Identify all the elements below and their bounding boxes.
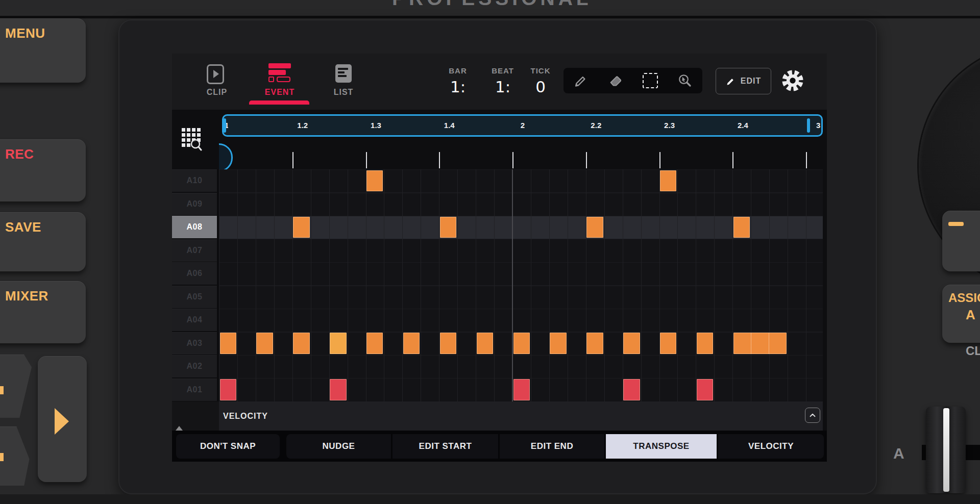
note-a03-step2[interactable] (256, 333, 273, 354)
note-a08-step12[interactable] (440, 217, 456, 238)
clip-tab-icon[interactable] (207, 64, 224, 84)
ruler-beat-label: 2.4 (738, 114, 748, 137)
dash-indicator-icon (948, 222, 964, 226)
note-a03-step8[interactable] (366, 333, 383, 354)
tab-clip[interactable]: CLIP (207, 88, 227, 97)
edit-button[interactable]: EDIT (716, 68, 771, 94)
function-key-nudge[interactable]: NUDGE (286, 434, 391, 459)
hw-button-label: MIXER (5, 288, 48, 304)
clip-panel-label: CL (966, 344, 980, 358)
note-a03-step22[interactable] (623, 333, 640, 354)
note-a01-step0[interactable] (220, 379, 236, 400)
marquee-select-icon[interactable] (643, 73, 658, 88)
note-a08-step20[interactable] (586, 217, 603, 238)
tab-list[interactable]: LIST (334, 88, 354, 97)
track-row-a01[interactable]: A01 (172, 379, 217, 401)
hw-button-mixer[interactable]: MIXER (0, 281, 86, 343)
gear-icon[interactable] (781, 69, 804, 92)
ruler-beat-label: 2.2 (591, 114, 601, 137)
ruler-beat-label: 1.4 (444, 114, 455, 137)
tab-event[interactable]: EVENT (265, 88, 295, 97)
ruler-label-right-partial: 3 (816, 114, 821, 137)
bar-field[interactable]: BAR 1: (439, 66, 477, 96)
note-a08-step28[interactable] (733, 217, 750, 238)
bar-back-button[interactable] (0, 426, 32, 486)
list-tab-icon[interactable] (335, 64, 352, 83)
hw-button-menu[interactable]: MENU (0, 18, 86, 83)
note-a03-step14[interactable] (477, 333, 493, 354)
note-a03-step28[interactable] (733, 333, 787, 354)
pencil-tool-icon[interactable] (573, 73, 589, 88)
beat-tick (512, 152, 513, 168)
track-row-a10[interactable]: A10 (172, 169, 217, 192)
zoom-tool-icon[interactable] (677, 73, 693, 88)
track-row-a08[interactable]: A08 (172, 216, 217, 238)
note-a01-step16[interactable] (513, 379, 530, 400)
loop-start-handle[interactable] (223, 118, 226, 133)
track-row-a06[interactable]: A06 (172, 262, 217, 285)
beat-tick (659, 152, 660, 168)
note-a01-step22[interactable] (623, 379, 640, 400)
beat-field[interactable]: BEAT 1: (484, 66, 522, 96)
beat-tick (732, 152, 733, 168)
function-key-edit-end[interactable]: EDIT END (500, 434, 604, 459)
fader-handle[interactable] (926, 407, 966, 493)
note-a10-step8[interactable] (366, 170, 383, 192)
ruler-beat-label: 1.3 (371, 114, 381, 137)
qlink-mode-button[interactable] (942, 211, 980, 271)
function-key-edit-start[interactable]: EDIT START (393, 434, 498, 459)
assign-label-2: A (966, 307, 975, 323)
active-tab-underline (249, 100, 309, 105)
step-back-button[interactable] (0, 355, 32, 418)
note-a03-step12[interactable] (440, 333, 456, 354)
bar-divider-line (512, 169, 513, 401)
function-key-velocity[interactable]: VELOCITY (718, 434, 824, 459)
note-a03-step10[interactable] (403, 333, 420, 354)
assign-button[interactable]: ASSIG A (942, 285, 980, 343)
panel-bottom-shadow (0, 494, 980, 504)
note-a01-step6[interactable] (330, 379, 346, 400)
edit-pencil-icon (726, 76, 736, 86)
track-row-a09[interactable]: A09 (172, 193, 217, 215)
velocity-collapse-button[interactable] (805, 408, 820, 423)
mpc-hardware: PROFESSIONAL MENURECSAVEMIXER ASSIG A CL… (0, 0, 980, 504)
note-a03-step0[interactable] (220, 333, 236, 354)
assign-label: ASSIG (948, 291, 980, 305)
loop-end-handle[interactable] (807, 118, 810, 133)
note-a03-step6[interactable] (330, 333, 346, 354)
ruler-beat-label: 1.2 (297, 114, 308, 137)
note-a03-step4[interactable] (293, 333, 309, 354)
eraser-tool-icon[interactable] (608, 73, 623, 88)
velocity-panel[interactable] (219, 401, 823, 431)
track-row-a05[interactable]: A05 (172, 286, 217, 308)
note-a03-step16[interactable] (513, 333, 530, 354)
hw-button-label: MENU (5, 26, 45, 41)
hw-button-save[interactable]: SAVE (0, 212, 86, 271)
fader-stripe (943, 408, 949, 492)
tick-field[interactable]: TICK 0 (522, 66, 559, 96)
note-a08-step4[interactable] (293, 217, 309, 238)
brand-wordmark: PROFESSIONAL (392, 0, 592, 10)
function-key-don-t-snap[interactable]: DON'T SNAP (176, 434, 280, 459)
event-tab-icon[interactable] (268, 63, 291, 83)
function-key-transpose[interactable]: TRANSPOSE (606, 434, 717, 459)
note-a03-step26[interactable] (697, 333, 713, 354)
beat-tick (292, 152, 293, 168)
hw-button-rec[interactable]: REC (0, 139, 86, 201)
track-row-a07[interactable]: A07 (172, 239, 217, 262)
note-grid[interactable] (219, 169, 823, 401)
track-row-a04[interactable]: A04 (172, 309, 217, 331)
fader-label: A (893, 445, 904, 462)
note-a01-step26[interactable] (697, 379, 713, 400)
note-a03-step20[interactable] (586, 333, 603, 354)
grid-zoom-icon[interactable] (182, 128, 202, 152)
track-row-a03[interactable]: A03 (172, 332, 217, 355)
play-icon (55, 408, 69, 435)
note-a03-step24[interactable] (660, 333, 676, 354)
beat-tick (439, 152, 440, 168)
note-a10-step24[interactable] (660, 170, 676, 192)
step-back-icon (0, 386, 4, 394)
track-row-a02[interactable]: A02 (172, 355, 217, 377)
velocity-panel-label: VELOCITY (223, 401, 268, 431)
note-a03-step18[interactable] (550, 333, 566, 354)
